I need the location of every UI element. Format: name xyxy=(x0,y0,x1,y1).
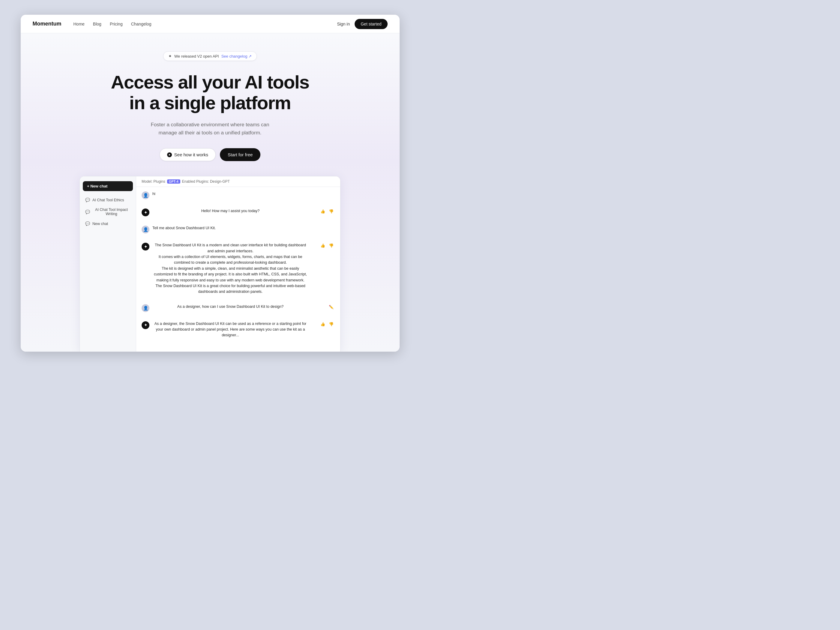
message-actions-5: 👍 👎 xyxy=(319,321,335,327)
message-actions-4: ✏️ xyxy=(328,304,335,310)
message-actions-3: 👍 👎 xyxy=(319,242,335,248)
message-text-0: hi xyxy=(152,191,155,197)
sidebar-item-label-ethics: AI Chat Tool Ethics xyxy=(92,198,124,202)
chat-icon-ethics: 💬 xyxy=(85,198,90,202)
logo: Momentum xyxy=(33,21,62,27)
seehow-label: See how it works xyxy=(174,152,208,157)
sidebar-item-ai-impact[interactable]: 💬 AI Chat Tool Impact Writing xyxy=(83,205,133,218)
ai-avatar-5: ✦ xyxy=(142,321,149,329)
play-icon xyxy=(167,152,172,157)
chat-preview-wrapper: + New chat 💬 AI Chat Tool Ethics 💬 AI Ch… xyxy=(33,176,388,352)
signin-button[interactable]: Sign in xyxy=(337,22,350,27)
thumbsup-button-1[interactable]: 👍 xyxy=(319,208,327,214)
chat-message-user-0: 👤 hi xyxy=(142,191,155,199)
navbar: Momentum Home Blog Pricing Changelog Sig… xyxy=(21,15,399,33)
chat-message-assistant-5: ✦ As a designer, the Snow Dashboard UI K… xyxy=(142,321,335,338)
sidebar-item-new-chat[interactable]: 💬 New chat xyxy=(83,219,133,228)
gpt4-badge: GPT-4 xyxy=(167,179,180,183)
chat-icon-impact: 💬 xyxy=(85,210,90,214)
sidebar-item-label-impact: AI Chat Tool Impact Writing xyxy=(92,208,131,216)
user-avatar-4: 👤 xyxy=(142,304,149,312)
sparkle-icon: ✦ xyxy=(168,54,172,58)
announcement-badge: ✦ We released V2 open API See changelog … xyxy=(163,51,257,61)
message-row-1: ✦ Hello! How may I assist you today? 👍 👎 xyxy=(142,208,335,221)
sidebar-item-label-new: New chat xyxy=(92,222,108,226)
chat-message-assistant-1: ✦ Hello! How may I assist you today? 👍 👎 xyxy=(142,208,335,216)
edit-button-4[interactable]: ✏️ xyxy=(328,304,335,310)
chat-message-assistant-3: ✦ The Snow Dashboard UI Kit is a modern … xyxy=(142,242,335,295)
message-text-4: As a designer, how can I use Snow Dashbo… xyxy=(152,304,308,309)
navbar-actions: Sign in Get started xyxy=(337,19,387,29)
getstarted-button[interactable]: Get started xyxy=(355,19,387,29)
message-text-5: As a designer, the Snow Dashboard UI Kit… xyxy=(152,321,308,338)
seehow-button[interactable]: See how it works xyxy=(159,148,216,161)
startfree-button[interactable]: Start for free xyxy=(220,148,261,161)
message-text-1: Hello! How may I assist you today? xyxy=(152,208,308,214)
sidebar-item-ai-ethics[interactable]: 💬 AI Chat Tool Ethics xyxy=(83,195,133,205)
new-chat-button[interactable]: + New chat xyxy=(83,181,133,191)
nav-changelog[interactable]: Changelog xyxy=(131,22,152,27)
hero-subtitle: Foster a collaborative environment where… xyxy=(144,121,276,137)
message-row-4: 👤 As a designer, how can I use Snow Dash… xyxy=(142,304,335,317)
model-label: Model: Plugins xyxy=(142,179,165,183)
user-avatar-0: 👤 xyxy=(142,191,149,199)
hero-section: ✦ We released V2 open API See changelog … xyxy=(21,33,399,352)
chat-body: 👤 hi ✦ Hello! How may I assist you today… xyxy=(136,187,340,352)
message-actions-1: 👍 👎 xyxy=(319,208,335,214)
message-row-0: 👤 hi xyxy=(142,191,335,204)
announcement-text: We released V2 open API xyxy=(174,54,219,58)
user-avatar-2: 👤 xyxy=(142,226,149,234)
ai-avatar-3: ✦ xyxy=(142,243,149,251)
message-text-2: Tell me about Snow Dashboard UI Kit. xyxy=(152,225,216,231)
chat-icon-new: 💬 xyxy=(85,221,90,226)
chat-message-user-4: 👤 As a designer, how can I use Snow Dash… xyxy=(142,304,335,312)
message-row-3: ✦ The Snow Dashboard UI Kit is a modern … xyxy=(142,242,335,299)
changelog-link[interactable]: See changelog ↗ xyxy=(221,54,252,58)
thumbsdown-button-5[interactable]: 👎 xyxy=(328,321,335,327)
chat-header: Model: Plugins GPT-4 Enabled Plugins: De… xyxy=(136,177,340,187)
message-row-5: ✦ As a designer, the Snow Dashboard UI K… xyxy=(142,321,335,343)
message-text-3: The Snow Dashboard UI Kit is a modern an… xyxy=(152,242,308,295)
nav-links: Home Blog Pricing Changelog xyxy=(74,22,337,27)
nav-blog[interactable]: Blog xyxy=(93,22,101,27)
thumbsup-button-5[interactable]: 👍 xyxy=(319,321,327,327)
thumbsup-button-3[interactable]: 👍 xyxy=(319,243,327,248)
thumbsdown-button-1[interactable]: 👎 xyxy=(328,208,335,214)
browser-window: Momentum Home Blog Pricing Changelog Sig… xyxy=(21,14,400,352)
chat-message-user-2: 👤 Tell me about Snow Dashboard UI Kit. xyxy=(142,225,216,234)
hero-buttons: See how it works Start for free xyxy=(159,148,261,161)
enabled-plugins-label: Enabled Plugins: Design-GPT xyxy=(182,179,230,183)
thumbsdown-button-3[interactable]: 👎 xyxy=(328,243,335,248)
ai-avatar-1: ✦ xyxy=(142,208,149,216)
message-row-2: 👤 Tell me about Snow Dashboard UI Kit. xyxy=(142,225,335,238)
chat-main: Model: Plugins GPT-4 Enabled Plugins: De… xyxy=(136,177,340,352)
hero-title: Access all your AI tools in a single pla… xyxy=(108,72,312,114)
chat-sidebar: + New chat 💬 AI Chat Tool Ethics 💬 AI Ch… xyxy=(80,177,136,352)
chat-preview: + New chat 💬 AI Chat Tool Ethics 💬 AI Ch… xyxy=(79,176,341,352)
nav-home[interactable]: Home xyxy=(74,22,85,27)
nav-pricing[interactable]: Pricing xyxy=(110,22,123,27)
